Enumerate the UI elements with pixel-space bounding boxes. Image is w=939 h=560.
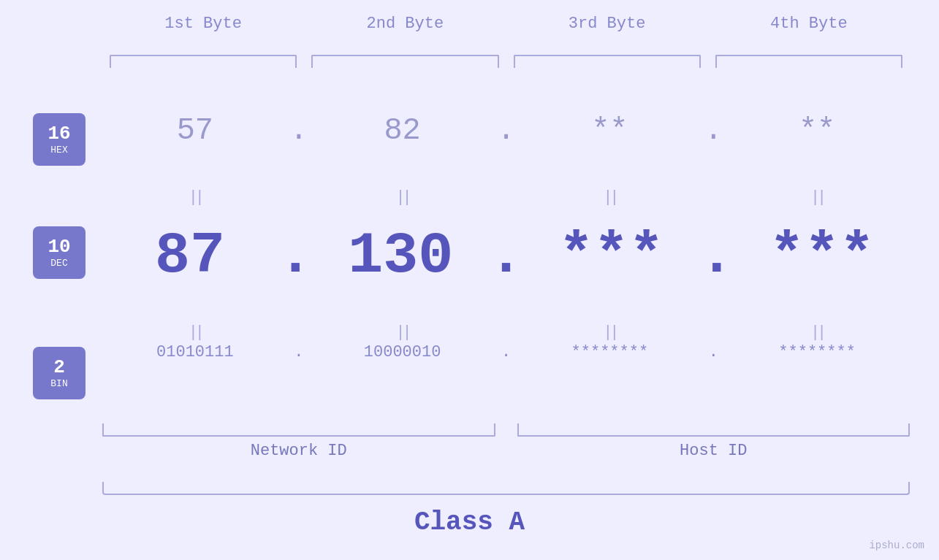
hex-badge-label: HEX	[50, 145, 67, 156]
dec-badge-num: 10	[47, 237, 70, 256]
network-bracket	[102, 423, 495, 437]
dec-dot2: .	[488, 223, 523, 289]
byte4-header: 4th Byte	[708, 15, 910, 33]
hex-dot3: .	[702, 113, 724, 148]
full-bottom-bracket	[102, 482, 910, 495]
byte1-header: 1st Byte	[102, 15, 304, 33]
bracket-byte2	[311, 55, 498, 68]
hex-dot2: .	[495, 113, 517, 148]
top-brackets	[102, 55, 910, 68]
bin-badge-label: BIN	[50, 378, 67, 389]
eq2: ||	[310, 188, 495, 207]
bin-row: 01010111 . 10000010 . ******** . *******…	[102, 343, 910, 361]
bin-dot3: .	[702, 343, 724, 361]
bottom-brackets	[102, 423, 910, 437]
bin-dot2: .	[495, 343, 517, 361]
dec-byte1: 87	[102, 223, 278, 289]
hex-byte3: **	[517, 113, 703, 148]
dec-dot1: .	[278, 223, 313, 289]
hex-badge-num: 16	[47, 124, 70, 143]
dec-byte4: ***	[734, 223, 910, 289]
eq3: ||	[517, 188, 703, 207]
bin-byte2: 10000010	[310, 343, 495, 361]
equals-dec-bin: || || || ||	[102, 323, 910, 342]
host-id-label: Host ID	[517, 442, 911, 460]
dec-badge-label: DEC	[50, 258, 67, 269]
equals-hex-dec: || || || ||	[102, 188, 910, 207]
hex-byte2: 82	[310, 113, 495, 148]
byte3-header: 3rd Byte	[506, 15, 708, 33]
dec-byte2: 130	[313, 223, 488, 289]
hex-row: 57 . 82 . ** . **	[102, 113, 910, 148]
bin-byte1: 01010111	[102, 343, 288, 361]
page-container: 1st Byte 2nd Byte 3rd Byte 4th Byte 16 H…	[0, 0, 939, 560]
eq8: ||	[724, 323, 910, 342]
bin-byte3: ********	[517, 343, 703, 361]
eq4: ||	[724, 188, 910, 207]
dec-row: 87 . 130 . *** . ***	[102, 223, 910, 289]
network-id-label: Network ID	[102, 442, 495, 460]
bin-dot1: .	[288, 343, 310, 361]
bin-badge-num: 2	[53, 358, 65, 377]
class-label: Class A	[0, 507, 939, 537]
eq6: ||	[310, 323, 495, 342]
bin-byte4: ********	[724, 343, 910, 361]
bracket-byte1	[110, 55, 297, 68]
eq1: ||	[102, 188, 288, 207]
dec-dot3: .	[699, 223, 734, 289]
hex-dot1: .	[288, 113, 310, 148]
byte-headers: 1st Byte 2nd Byte 3rd Byte 4th Byte	[102, 15, 910, 33]
bracket-byte4	[715, 55, 902, 68]
hex-badge: 16 HEX	[33, 113, 85, 166]
eq5: ||	[102, 323, 288, 342]
byte2-header: 2nd Byte	[304, 15, 506, 33]
bin-badge: 2 BIN	[33, 347, 85, 399]
hex-byte4: **	[724, 113, 910, 148]
watermark: ipshu.com	[869, 540, 924, 551]
dec-badge: 10 DEC	[33, 226, 85, 279]
id-labels: Network ID Host ID	[102, 442, 910, 460]
bracket-gap	[495, 423, 517, 437]
bracket-byte3	[514, 55, 701, 68]
dec-byte3: ***	[524, 223, 699, 289]
host-bracket	[517, 423, 911, 437]
eq7: ||	[517, 323, 703, 342]
hex-byte1: 57	[102, 113, 288, 148]
